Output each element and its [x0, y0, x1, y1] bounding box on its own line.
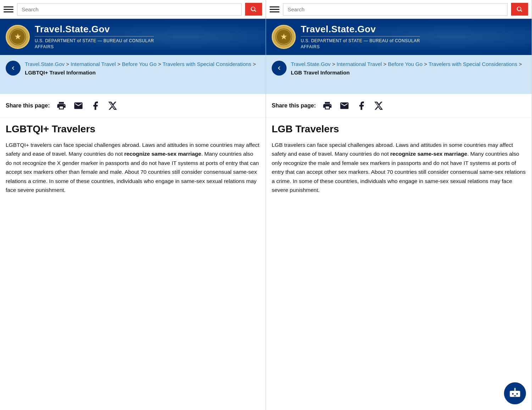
svg-rect-10 — [514, 395, 516, 396]
left-share-label: Share this page: — [6, 102, 50, 109]
svg-point-8 — [512, 393, 514, 395]
right-panel: ★ Travel.State.Gov U.S. DEPARTMENT of ST… — [266, 0, 532, 410]
right-share-bar: Share this page: — [266, 94, 532, 118]
left-search-input[interactable] — [17, 3, 242, 16]
right-twitter-x-icon[interactable] — [372, 100, 384, 112]
right-content-area: LGB Travelers LGB travelers can face spe… — [266, 118, 532, 410]
right-site-title: Travel.State.Gov — [301, 24, 420, 37]
left-facebook-icon[interactable] — [89, 100, 101, 112]
left-site-title: Travel.State.Gov — [35, 24, 154, 37]
left-breadcrumb-link-before[interactable]: Before You Go — [122, 61, 157, 67]
left-site-header: ★ Travel.State.Gov U.S. DEPARTMENT of ST… — [0, 19, 266, 55]
right-breadcrumb-text: Travel.State.Gov > International Travel … — [291, 60, 526, 77]
left-search-button[interactable] — [245, 3, 262, 16]
left-breadcrumb-link-home[interactable]: Travel.State.Gov — [25, 61, 65, 67]
right-page-heading: LGB Travelers — [272, 123, 526, 135]
left-page-heading: LGBTQI+ Travelers — [6, 123, 260, 135]
left-site-title-block: Travel.State.Gov U.S. DEPARTMENT of STAT… — [35, 24, 154, 50]
right-share-label: Share this page: — [272, 102, 316, 109]
left-back-button[interactable] — [6, 61, 21, 76]
right-back-button[interactable] — [272, 61, 287, 76]
right-facebook-icon[interactable] — [355, 100, 367, 112]
right-nav-bar — [266, 0, 532, 19]
left-email-icon[interactable] — [72, 100, 84, 112]
right-breadcrumb-current: LGB Travel Information — [291, 70, 350, 76]
left-breadcrumb-link-intl[interactable]: International Travel — [71, 61, 116, 67]
left-content-area: LGBTQI+ Travelers LGBTQI+ travelers can … — [0, 118, 266, 410]
right-page-body: LGB travelers can face special challenge… — [272, 140, 526, 195]
left-site-subtitle: U.S. DEPARTMENT of STATE — BUREAU of CON… — [35, 38, 154, 50]
left-panel: ★ Travel.State.Gov U.S. DEPARTMENT of ST… — [0, 0, 266, 410]
right-breadcrumb-link-travelers[interactable]: Travelers with Special Considerations — [428, 61, 517, 67]
svg-point-9 — [516, 393, 518, 395]
left-share-bar: Share this page: — [0, 94, 266, 118]
right-site-header: ★ Travel.State.Gov U.S. DEPARTMENT of ST… — [266, 19, 532, 55]
left-hamburger-menu[interactable] — [4, 6, 13, 12]
right-site-subtitle: U.S. DEPARTMENT of STATE — BUREAU of CON… — [301, 38, 420, 50]
left-page-body: LGBTQI+ travelers can face special chall… — [6, 140, 260, 195]
left-breadcrumb-link-travelers[interactable]: Travelers with Special Considerations — [162, 61, 251, 67]
left-seal: ★ — [6, 25, 30, 49]
left-twitter-x-icon[interactable] — [106, 100, 118, 112]
right-search-input[interactable] — [283, 3, 508, 16]
left-breadcrumb-current: LGBTQI+ Travel Information — [25, 70, 96, 76]
right-seal: ★ — [272, 25, 296, 49]
right-breadcrumb-area: Travel.State.Gov > International Travel … — [266, 55, 532, 94]
svg-point-12 — [514, 388, 516, 389]
left-breadcrumb-text: Travel.State.Gov > International Travel … — [25, 60, 260, 77]
right-search-button[interactable] — [511, 3, 528, 16]
right-share-icons — [321, 100, 384, 112]
right-site-title-block: Travel.State.Gov U.S. DEPARTMENT of STAT… — [301, 24, 420, 50]
right-hamburger-menu[interactable] — [270, 6, 279, 12]
right-print-icon[interactable] — [321, 100, 333, 112]
svg-text:★: ★ — [14, 32, 22, 41]
right-breadcrumb-link-intl[interactable]: International Travel — [337, 61, 382, 67]
left-nav-bar — [0, 0, 266, 19]
left-breadcrumb-area: Travel.State.Gov > International Travel … — [0, 55, 266, 94]
right-breadcrumb-link-home[interactable]: Travel.State.Gov — [291, 61, 331, 67]
left-print-icon[interactable] — [55, 100, 67, 112]
svg-text:★: ★ — [280, 32, 288, 41]
right-robot-chat-icon[interactable] — [504, 382, 526, 404]
right-breadcrumb-link-before[interactable]: Before You Go — [388, 61, 423, 67]
right-email-icon[interactable] — [338, 100, 350, 112]
left-share-icons — [55, 100, 118, 112]
